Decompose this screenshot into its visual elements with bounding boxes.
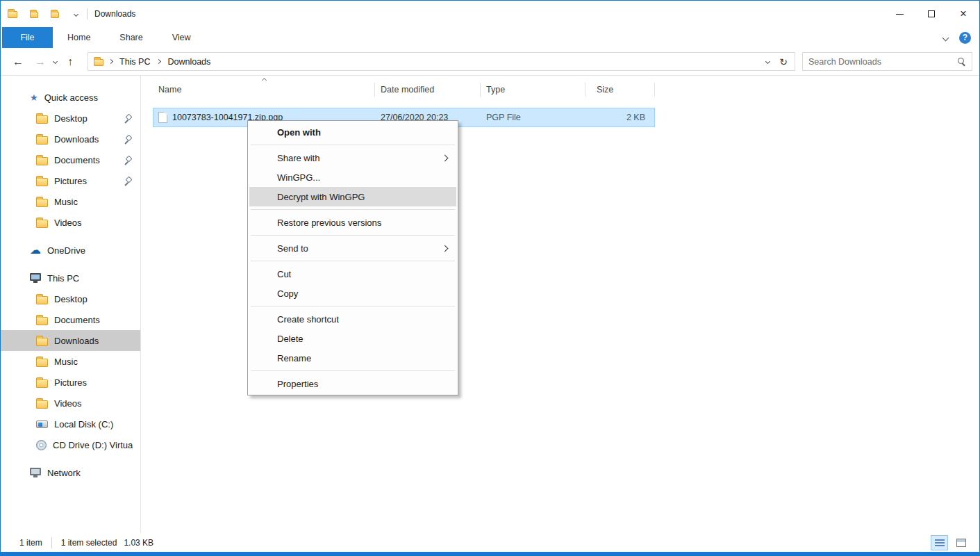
maximize-icon <box>928 10 935 17</box>
network-icon <box>30 468 41 475</box>
selection-status: 1 item selected 1.03 KB <box>61 538 153 548</box>
sidebar-item-label: Videos <box>54 218 82 228</box>
menu-item-label: Restore previous versions <box>277 218 381 228</box>
quick-access-toolbar <box>27 7 83 21</box>
sidebar-item-local-disk-c[interactable]: Local Disk (C:) <box>1 414 140 434</box>
menu-item-send-to[interactable]: Send to <box>249 238 456 258</box>
sidebar-item-network[interactable]: Network <box>1 462 140 483</box>
column-label: Date modified <box>381 85 434 95</box>
sidebar-item-videos[interactable]: Videos <box>1 393 140 414</box>
tab-file[interactable]: File <box>2 27 53 48</box>
context-menu: Open with Share with WinGPG... Decrypt w… <box>247 120 458 395</box>
column-header-size[interactable]: Size <box>585 76 655 104</box>
qat-customize-dropdown[interactable] <box>69 7 83 21</box>
folder-icon <box>36 379 48 388</box>
forward-button[interactable]: → <box>31 56 49 67</box>
up-button[interactable]: ↑ <box>61 56 79 67</box>
folder-icon <box>36 359 48 367</box>
sidebar-item-label: Pictures <box>54 377 87 388</box>
breadcrumb-this-pc[interactable]: This PC <box>118 57 151 67</box>
breadcrumb-chevron-icon[interactable] <box>108 59 113 64</box>
expand-ribbon-icon[interactable] <box>942 34 949 41</box>
folder-icon <box>36 115 48 124</box>
sidebar-item-downloads-pinned[interactable]: Downloads <box>1 129 140 149</box>
menu-item-wingpg[interactable]: WinGPG... <box>249 167 456 187</box>
details-view-icon <box>935 539 945 541</box>
column-label: Name <box>158 85 181 95</box>
view-toggle-buttons <box>931 535 970 550</box>
sidebar-item-label: Documents <box>54 155 100 165</box>
address-bar[interactable]: This PC Downloads ↻ <box>88 52 795 71</box>
menu-item-restore-previous-versions[interactable]: Restore previous versions <box>249 213 456 232</box>
breadcrumb-chevron-icon[interactable] <box>156 59 161 64</box>
menu-item-create-shortcut[interactable]: Create shortcut <box>249 309 456 329</box>
sidebar-item-onedrive[interactable]: ☁ OneDrive <box>1 240 140 261</box>
column-label: Type <box>486 85 505 95</box>
menu-item-cut[interactable]: Cut <box>249 264 456 284</box>
help-icon[interactable]: ? <box>959 32 971 44</box>
explorer-window: Downloads × File Home Share View ? ← → ↑… <box>1 1 979 552</box>
search-icon[interactable] <box>957 57 966 66</box>
recent-locations-dropdown-icon[interactable] <box>53 59 58 64</box>
address-dropdown-icon[interactable] <box>765 59 770 64</box>
sidebar-item-music[interactable]: Music <box>1 351 140 372</box>
column-header-name[interactable]: Name <box>153 76 375 104</box>
onedrive-cloud-icon: ☁ <box>30 245 41 256</box>
large-icons-view-button[interactable] <box>952 535 970 550</box>
tab-view[interactable]: View <box>158 27 206 48</box>
tab-share[interactable]: Share <box>105 27 157 48</box>
menu-separator <box>251 306 455 306</box>
sidebar-item-downloads-selected[interactable]: Downloads <box>1 330 140 351</box>
menu-item-label: Cut <box>277 269 291 279</box>
search-input[interactable] <box>808 57 953 67</box>
sidebar-item-quick-access[interactable]: ★ Quick access <box>1 87 140 108</box>
qat-properties-button[interactable] <box>27 7 41 21</box>
ribbon-tab-bar: File Home Share View ? <box>1 27 979 48</box>
search-box[interactable] <box>802 52 972 71</box>
back-button[interactable]: ← <box>9 56 27 67</box>
selection-size: 1.03 KB <box>124 538 153 548</box>
tab-home[interactable]: Home <box>53 27 105 48</box>
sidebar-item-label: CD Drive (D:) Virtua <box>53 440 133 450</box>
folder-icon <box>36 296 48 304</box>
sidebar-item-documents[interactable]: Documents <box>1 309 140 330</box>
sidebar-item-documents-pinned[interactable]: Documents <box>1 149 140 170</box>
menu-item-copy[interactable]: Copy <box>249 284 456 303</box>
menu-item-properties[interactable]: Properties <box>249 374 456 393</box>
status-bar: 1 item 1 item selected 1.03 KB <box>1 533 979 552</box>
address-bar-controls: ↻ <box>766 57 789 67</box>
menu-item-share-with[interactable]: Share with <box>249 148 456 167</box>
file-type-cell: PGP File <box>481 108 585 126</box>
column-header-date-modified[interactable]: Date modified <box>375 76 481 104</box>
sidebar-item-cd-drive-d[interactable]: CD Drive (D:) Virtua <box>1 434 140 455</box>
sidebar-item-music-qa[interactable]: Music <box>1 191 140 212</box>
menu-item-open-with[interactable]: Open with <box>249 122 456 142</box>
sidebar-item-pictures[interactable]: Pictures <box>1 372 140 393</box>
sidebar-item-label: Local Disk (C:) <box>54 419 113 430</box>
details-view-button[interactable] <box>931 535 948 550</box>
menu-separator <box>251 145 455 145</box>
cd-drive-icon <box>36 440 47 450</box>
folder-icon <box>36 136 48 145</box>
menu-item-delete[interactable]: Delete <box>249 329 456 348</box>
title-bar: Downloads × <box>1 1 979 27</box>
qat-new-folder-button[interactable] <box>48 7 62 21</box>
breadcrumb-downloads[interactable]: Downloads <box>166 57 212 67</box>
minimize-button[interactable] <box>883 1 915 27</box>
menu-item-decrypt-with-wingpg[interactable]: Decrypt with WinGPG <box>249 187 456 206</box>
sidebar-item-pictures-pinned[interactable]: Pictures <box>1 170 140 191</box>
menu-item-label: Send to <box>277 243 308 254</box>
sidebar-item-desktop-pinned[interactable]: Desktop <box>1 108 140 129</box>
selection-count: 1 item selected <box>61 538 117 548</box>
sidebar-item-desktop[interactable]: Desktop <box>1 288 140 309</box>
ribbon-right-controls: ? <box>943 27 979 48</box>
sidebar-item-this-pc[interactable]: This PC <box>1 268 140 288</box>
sidebar-item-label: Downloads <box>54 336 99 346</box>
refresh-icon[interactable]: ↻ <box>779 57 788 67</box>
menu-item-rename[interactable]: Rename <box>249 348 456 368</box>
sidebar-item-videos-qa[interactable]: Videos <box>1 212 140 233</box>
close-button[interactable]: × <box>947 1 979 27</box>
column-header-type[interactable]: Type <box>481 76 585 104</box>
folder-icon <box>36 199 48 207</box>
maximize-button[interactable] <box>915 1 947 27</box>
